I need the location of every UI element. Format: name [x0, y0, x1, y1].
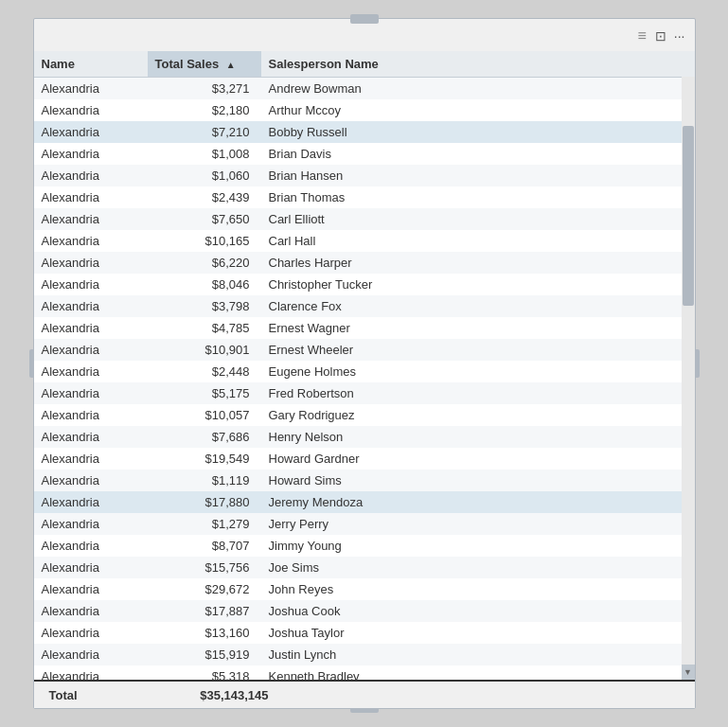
column-header-salesperson[interactable]: Salesperson Name	[261, 51, 695, 78]
table-row: Alexandria$29,672John Reyes	[34, 578, 695, 600]
cell-salesperson: Kenneth Bradley	[261, 665, 695, 680]
cell-name: Alexandria	[34, 644, 148, 665]
cell-total-sales: $15,919	[148, 644, 261, 665]
table-row: Alexandria$3,271Andrew Bowman	[34, 78, 695, 100]
cell-total-sales: $2,180	[148, 99, 261, 121]
table-row: Alexandria$1,279Jerry Perry	[34, 513, 695, 535]
scrollbar-right[interactable]: ▲ ▼	[682, 51, 695, 680]
table-body: Alexandria$3,271Andrew BowmanAlexandria$…	[34, 78, 695, 681]
cell-salesperson: Bobby Russell	[261, 121, 695, 143]
cell-salesperson: Brian Hansen	[261, 165, 695, 186]
cell-name: Alexandria	[34, 382, 148, 404]
cell-name: Alexandria	[34, 622, 148, 644]
cell-total-sales: $1,119	[148, 470, 261, 491]
drag-handle-icon[interactable]: ≡	[637, 27, 647, 44]
cell-name: Alexandria	[34, 665, 148, 680]
column-name-label: Name	[42, 57, 75, 71]
cell-salesperson: Joe Sims	[261, 557, 695, 578]
cell-salesperson: Christopher Tucker	[261, 274, 695, 295]
column-person-label: Salesperson Name	[269, 57, 379, 71]
table-row: Alexandria$3,798Clarence Fox	[34, 295, 695, 317]
scroll-down-button[interactable]: ▼	[682, 665, 695, 680]
table-row: Alexandria$1,008Brian Davis	[34, 143, 695, 165]
resize-handle-top[interactable]	[350, 14, 379, 24]
cell-salesperson: Jeremy Mendoza	[261, 491, 695, 513]
cell-name: Alexandria	[34, 491, 148, 513]
cell-name: Alexandria	[34, 78, 148, 100]
cell-salesperson: Howard Sims	[261, 470, 695, 491]
cell-salesperson: Brian Davis	[261, 143, 695, 165]
cell-name: Alexandria	[34, 557, 148, 578]
column-header-name[interactable]: Name	[34, 51, 148, 78]
cell-name: Alexandria	[34, 513, 148, 535]
table-row: Alexandria$5,318Kenneth Bradley	[34, 665, 695, 680]
cell-name: Alexandria	[34, 535, 148, 557]
table-row: Alexandria$15,756Joe Sims	[34, 557, 695, 578]
cell-total-sales: $2,448	[148, 361, 261, 382]
cell-name: Alexandria	[34, 121, 148, 143]
cell-total-sales: $2,439	[148, 186, 261, 208]
cell-salesperson: Joshua Taylor	[261, 622, 695, 644]
data-table: Name Total Sales ▲ Salesperson Name Alex…	[34, 51, 695, 680]
total-label: Total	[42, 688, 155, 702]
table-row: Alexandria$7,210Bobby Russell	[34, 121, 695, 143]
scrollbar-thumb[interactable]	[683, 126, 694, 306]
table-row: Alexandria$2,439Brian Thomas	[34, 186, 695, 208]
scrollbar-track[interactable]	[682, 66, 695, 665]
cell-salesperson: Clarence Fox	[261, 295, 695, 317]
cell-salesperson: Howard Gardner	[261, 448, 695, 470]
cell-name: Alexandria	[34, 317, 148, 339]
cell-total-sales: $10,165	[148, 230, 261, 252]
cell-total-sales: $17,880	[148, 491, 261, 513]
cell-name: Alexandria	[34, 404, 148, 426]
cell-salesperson: Carl Hall	[261, 230, 695, 252]
cell-total-sales: $15,756	[148, 557, 261, 578]
cell-name: Alexandria	[34, 230, 148, 252]
cell-total-sales: $17,887	[148, 600, 261, 622]
cell-salesperson: Ernest Wheeler	[261, 339, 695, 361]
cell-name: Alexandria	[34, 165, 148, 186]
column-header-total-sales[interactable]: Total Sales ▲	[148, 51, 261, 78]
cell-salesperson: Fred Robertson	[261, 382, 695, 404]
expand-icon[interactable]: ⊡	[655, 28, 666, 44]
table-row: Alexandria$15,919Justin Lynch	[34, 644, 695, 665]
cell-total-sales: $4,785	[148, 317, 261, 339]
more-options-icon[interactable]: ···	[674, 28, 685, 44]
table-row: Alexandria$2,180Arthur Mccoy	[34, 99, 695, 121]
column-sales-label: Total Sales	[155, 57, 220, 71]
table-row: Alexandria$8,046Christopher Tucker	[34, 274, 695, 295]
cell-salesperson: Justin Lynch	[261, 644, 695, 665]
total-value: $35,143,145	[155, 688, 269, 702]
cell-total-sales: $7,686	[148, 426, 261, 448]
cell-total-sales: $19,549	[148, 448, 261, 470]
table-row: Alexandria$7,650Carl Elliott	[34, 208, 695, 230]
cell-total-sales: $3,271	[148, 78, 261, 100]
table-widget: ≡ ⊡ ··· Name Total Sales ▲ Sa	[33, 18, 696, 709]
cell-name: Alexandria	[34, 578, 148, 600]
cell-salesperson: Henry Nelson	[261, 426, 695, 448]
cell-total-sales: $13,160	[148, 622, 261, 644]
cell-name: Alexandria	[34, 339, 148, 361]
cell-salesperson: Gary Rodriguez	[261, 404, 695, 426]
top-bar: ≡ ⊡ ···	[34, 19, 695, 51]
cell-total-sales: $1,008	[148, 143, 261, 165]
table-row: Alexandria$19,549Howard Gardner	[34, 448, 695, 470]
cell-total-sales: $7,650	[148, 208, 261, 230]
table-row: Alexandria$2,448Eugene Holmes	[34, 361, 695, 382]
cell-total-sales: $5,175	[148, 382, 261, 404]
cell-total-sales: $7,210	[148, 121, 261, 143]
cell-name: Alexandria	[34, 186, 148, 208]
cell-name: Alexandria	[34, 295, 148, 317]
table-scroll-area[interactable]: Name Total Sales ▲ Salesperson Name Alex…	[34, 51, 695, 680]
cell-total-sales: $6,220	[148, 252, 261, 274]
table-row: Alexandria$10,057Gary Rodriguez	[34, 404, 695, 426]
cell-total-sales: $8,707	[148, 535, 261, 557]
table-row: Alexandria$1,119Howard Sims	[34, 470, 695, 491]
cell-name: Alexandria	[34, 208, 148, 230]
table-row: Alexandria$5,175Fred Robertson	[34, 382, 695, 404]
table-row: Alexandria$4,785Ernest Wagner	[34, 317, 695, 339]
table-row: Alexandria$13,160Joshua Taylor	[34, 622, 695, 644]
table-row: Alexandria$1,060Brian Hansen	[34, 165, 695, 186]
cell-salesperson: Joshua Cook	[261, 600, 695, 622]
cell-total-sales: $5,318	[148, 665, 261, 680]
